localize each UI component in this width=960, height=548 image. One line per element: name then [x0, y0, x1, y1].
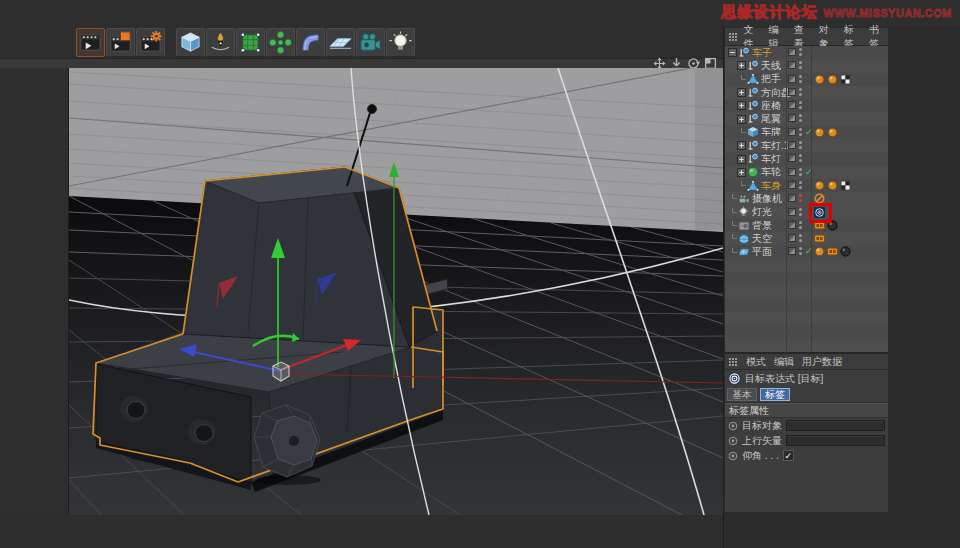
visibility-toggles[interactable]: [788, 101, 802, 109]
expander-collapsed-icon[interactable]: [737, 168, 746, 177]
animation-dot-icon[interactable]: [728, 447, 738, 465]
render-visibility-dot[interactable]: [799, 252, 802, 255]
pen-spline-tool-button[interactable]: [206, 28, 235, 57]
visibility-toggles[interactable]: [788, 114, 802, 122]
render-visibility-dot[interactable]: [799, 146, 802, 149]
object-name[interactable]: 背景: [752, 219, 772, 233]
material-tag-icon[interactable]: [840, 246, 851, 257]
object-name[interactable]: 平面: [752, 245, 772, 259]
object-name[interactable]: 车子: [752, 46, 772, 60]
object-row-null-object[interactable]: 方向盘: [725, 86, 888, 99]
object-name[interactable]: 天线: [761, 59, 781, 73]
visibility-toggles[interactable]: [788, 154, 802, 162]
editor-visibility-dot[interactable]: [799, 168, 802, 171]
object-row-null-object[interactable]: 座椅: [725, 99, 888, 112]
render-visibility-dot[interactable]: [799, 186, 802, 189]
object-name[interactable]: 车轮: [761, 165, 781, 179]
display-toggle-icon[interactable]: [788, 168, 796, 176]
editor-visibility-dot[interactable]: [799, 221, 802, 224]
visibility-toggles[interactable]: [788, 221, 802, 229]
editor-visibility-dot[interactable]: [799, 48, 802, 51]
compositing-tag-icon[interactable]: [827, 246, 838, 257]
property-input[interactable]: [786, 435, 885, 446]
editor-visibility-dot[interactable]: [799, 101, 802, 104]
am-menu-item[interactable]: 编辑: [774, 355, 794, 369]
selection-tag-icon[interactable]: [814, 74, 825, 85]
object-row-null-object[interactable]: 尾翼: [725, 112, 888, 125]
editor-visibility-dot[interactable]: [799, 208, 802, 211]
uvw-tag-icon[interactable]: [840, 180, 851, 191]
render-visibility-dot[interactable]: [799, 213, 802, 216]
display-toggle-icon[interactable]: [788, 221, 796, 229]
display-toggle-icon[interactable]: [788, 247, 796, 255]
object-name[interactable]: 车牌: [761, 125, 781, 139]
display-toggle-icon[interactable]: [788, 75, 796, 83]
render-visibility-dot[interactable]: [799, 133, 802, 136]
editor-visibility-dot[interactable]: [799, 114, 802, 117]
visibility-toggles[interactable]: [788, 247, 802, 255]
object-row-polygon[interactable]: 车身: [725, 179, 888, 192]
object-row-background[interactable]: 背景: [725, 219, 888, 232]
render-visibility-dot[interactable]: [799, 239, 802, 242]
visibility-toggles[interactable]: [788, 128, 802, 136]
object-name[interactable]: 摄像机: [752, 192, 782, 206]
visibility-toggles[interactable]: [788, 181, 802, 189]
uvw-tag-icon[interactable]: [840, 74, 851, 85]
render-visibility-dot[interactable]: [799, 199, 802, 202]
editor-visibility-dot[interactable]: [799, 75, 802, 78]
editor-visibility-dot[interactable]: [799, 61, 802, 64]
display-toggle-icon[interactable]: [788, 88, 796, 96]
selection-tag-icon[interactable]: [814, 127, 825, 138]
editor-visibility-dot[interactable]: [799, 194, 802, 197]
object-row-camera[interactable]: 摄像机: [725, 192, 888, 205]
viewport-canvas[interactable]: [68, 68, 722, 515]
tab-基本[interactable]: 基本: [727, 388, 757, 401]
subdivision-surface-button[interactable]: [236, 28, 265, 57]
render-visibility-dot[interactable]: [799, 226, 802, 229]
display-toggle-icon[interactable]: [788, 181, 796, 189]
editor-visibility-dot[interactable]: [799, 247, 802, 250]
bend-deformer-button[interactable]: [296, 28, 325, 57]
selection-tag-icon[interactable]: [814, 246, 825, 257]
object-row-null-object[interactable]: 车灯: [725, 152, 888, 165]
camera-object-button[interactable]: [356, 28, 385, 57]
display-toggle-icon[interactable]: [788, 141, 796, 149]
visibility-toggles[interactable]: [788, 234, 802, 242]
tab-标签[interactable]: 标签: [760, 388, 790, 401]
expander-collapsed-icon[interactable]: [737, 88, 746, 97]
property-checkbox[interactable]: ✓: [783, 450, 794, 461]
display-toggle-icon[interactable]: [788, 234, 796, 242]
render-view-button[interactable]: [76, 28, 105, 57]
panel-grid-icon[interactable]: [728, 357, 738, 367]
light-object-button[interactable]: [386, 28, 415, 57]
display-toggle-icon[interactable]: [788, 101, 796, 109]
compositing-tag-icon[interactable]: [814, 233, 825, 244]
render-visibility-dot[interactable]: [799, 106, 802, 109]
expander-collapsed-icon[interactable]: [737, 141, 746, 150]
editor-visibility-dot[interactable]: [799, 154, 802, 157]
render-visibility-dot[interactable]: [799, 80, 802, 83]
visibility-toggles[interactable]: [788, 75, 802, 83]
editor-visibility-dot[interactable]: [799, 128, 802, 131]
visibility-toggles[interactable]: [788, 61, 802, 69]
visibility-toggles[interactable]: [788, 194, 802, 202]
object-row-plane[interactable]: 平面✓: [725, 245, 888, 258]
visibility-toggles[interactable]: [788, 208, 802, 216]
display-toggle-icon[interactable]: [788, 61, 796, 69]
render-to-picture-viewer-button[interactable]: [106, 28, 135, 57]
editor-visibility-dot[interactable]: [799, 234, 802, 237]
display-toggle-icon[interactable]: [788, 208, 796, 216]
selection-tag-icon[interactable]: [827, 127, 838, 138]
selection-tag-icon[interactable]: [827, 74, 838, 85]
object-row-cube[interactable]: 车牌✓: [725, 126, 888, 139]
object-name[interactable]: 灯光: [752, 205, 772, 219]
display-toggle-icon[interactable]: [788, 154, 796, 162]
object-row-sphere[interactable]: 车轮✓: [725, 166, 888, 179]
expander-collapsed-icon[interactable]: [737, 101, 746, 110]
expander-collapsed-icon[interactable]: [737, 115, 746, 124]
object-row-null-object[interactable]: 车灯.1: [725, 139, 888, 152]
visibility-toggles[interactable]: [788, 88, 802, 96]
editor-visibility-dot[interactable]: [799, 88, 802, 91]
visibility-toggles[interactable]: [788, 168, 802, 176]
display-toggle-icon[interactable]: [788, 114, 796, 122]
